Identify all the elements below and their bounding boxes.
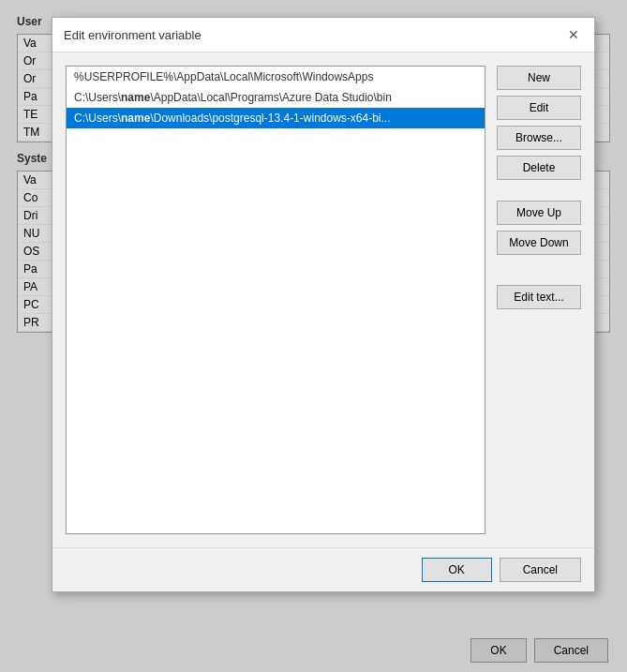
env-var-list[interactable]: %USERPROFILE%\AppData\Local\Microsoft\Wi… (66, 66, 485, 534)
buttons-panel: New Edit Browse... Delete Move Up Move D… (497, 66, 581, 534)
move-up-button[interactable]: Move Up (497, 201, 581, 225)
name-tag-2: name (121, 112, 150, 125)
list-item-2[interactable]: C:\Users\name\Downloads\postgresql-13.4-… (67, 108, 485, 128)
dialog-title: Edit environment variable (64, 28, 202, 42)
list-item-0[interactable]: %USERPROFILE%\AppData\Local\Microsoft\Wi… (67, 67, 485, 87)
edit-env-var-dialog: Edit environment variable ✕ %USERPROFILE… (52, 17, 595, 592)
list-item-2-text: C:\Users\name\Downloads\postgresql-13.4-… (74, 112, 391, 125)
move-down-button[interactable]: Move Down (497, 231, 581, 255)
ok-button[interactable]: OK (422, 558, 492, 582)
new-button[interactable]: New (497, 66, 581, 90)
dialog-body: %USERPROFILE%\AppData\Local\Microsoft\Wi… (52, 52, 594, 547)
dialog-titlebar: Edit environment variable ✕ (52, 18, 594, 52)
delete-button[interactable]: Delete (497, 156, 581, 180)
cancel-button[interactable]: Cancel (500, 558, 581, 582)
btn-spacer-2 (497, 261, 581, 279)
edit-text-button[interactable]: Edit text... (497, 285, 581, 309)
dialog-footer: OK Cancel (52, 547, 594, 591)
btn-spacer-1 (497, 186, 581, 195)
list-item-0-text: %USERPROFILE%\AppData\Local\Microsoft\Wi… (74, 70, 373, 83)
list-item-1[interactable]: C:\Users\name\AppData\Local\Programs\Azu… (67, 87, 485, 108)
browse-button[interactable]: Browse... (497, 126, 581, 150)
name-tag-1: name (121, 91, 150, 104)
dialog-close-button[interactable]: ✕ (564, 25, 583, 44)
edit-button[interactable]: Edit (497, 96, 581, 120)
list-item-1-text: C:\Users\name\AppData\Local\Programs\Azu… (74, 91, 392, 104)
